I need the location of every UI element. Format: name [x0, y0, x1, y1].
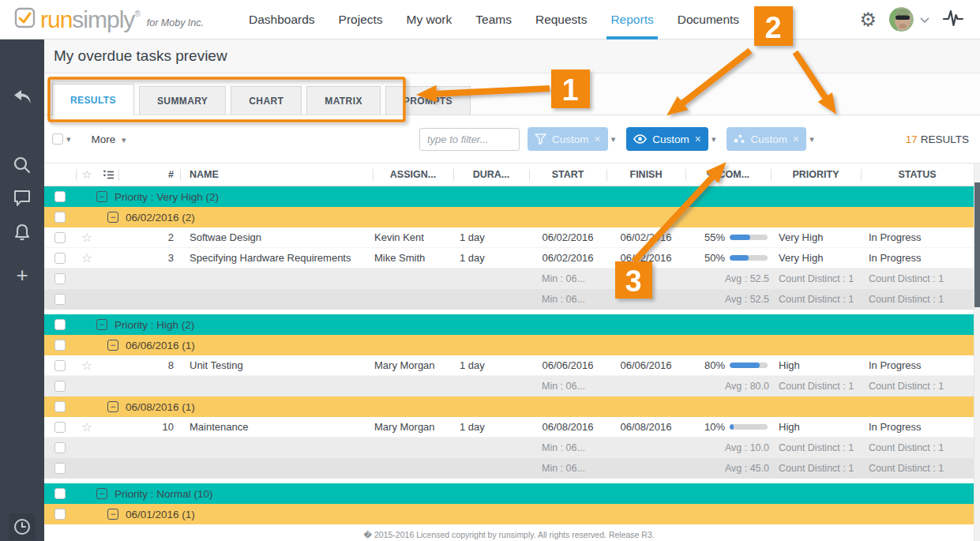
row-checkbox[interactable] [54, 463, 66, 474]
row-checkbox[interactable] [54, 401, 66, 412]
outline-icon[interactable] [98, 163, 118, 186]
filter-button-custom-3[interactable]: Custom× [727, 127, 806, 151]
column-header-finish[interactable]: FINISH [606, 163, 685, 186]
collapse-icon[interactable]: − [107, 509, 118, 520]
group-row[interactable]: −Priority : Very High (2) [44, 186, 974, 207]
star-icon[interactable]: ☆ [76, 355, 98, 375]
summary-row[interactable]: Min : 06...Avg : 52.5Count Distinct : 1C… [44, 269, 974, 289]
task-row[interactable]: ☆3Specifying Hardware RequirementsMike S… [44, 248, 974, 269]
gear-icon[interactable]: ⚙ [859, 10, 877, 29]
summary-row[interactable]: Min : 06...Avg : 52.5Count Distinct : 1C… [44, 289, 974, 310]
task-start: 06/08/2016 [529, 417, 606, 437]
close-icon[interactable]: × [595, 133, 601, 145]
row-checkbox[interactable] [54, 273, 66, 284]
nav-item-documents[interactable]: Documents [666, 0, 751, 39]
column-header--com-[interactable]: % COM... [685, 163, 771, 186]
subgroup-row[interactable]: −06/06/2016 (1) [44, 335, 974, 355]
column-header-priority[interactable]: PRIORITY [771, 163, 861, 186]
row-checkbox[interactable] [54, 509, 66, 520]
tab-summary[interactable]: SUMMARY [139, 86, 226, 115]
vertical-scrollbar[interactable] [974, 163, 980, 541]
summary-row[interactable]: Min : 06...Avg : 80.0Count Distinct : 1C… [44, 376, 974, 396]
activity-icon[interactable] [942, 8, 964, 32]
tab-results[interactable]: RESULTS [52, 84, 134, 115]
row-checkbox[interactable] [54, 381, 66, 392]
tab-prompts[interactable]: PROMPTS [385, 86, 471, 115]
more-menu[interactable]: More ▾ [92, 133, 130, 145]
sum-num-cell [118, 269, 180, 289]
bell-icon[interactable] [0, 218, 44, 246]
scrollbar-thumb[interactable] [974, 182, 980, 307]
filter-dropdown-caret-icon[interactable]: ▾ [809, 134, 814, 145]
nav-item-projects[interactable]: Projects [327, 0, 395, 39]
task-row[interactable]: ☆2Softwae DesignKevin Kent1 day06/02/201… [44, 227, 974, 248]
row-checkbox[interactable] [54, 319, 66, 330]
task-row[interactable]: ☆8Unit TestingMary Morgan1 day06/06/2016… [44, 355, 974, 376]
collapse-icon[interactable]: − [107, 212, 118, 223]
collapse-icon[interactable]: − [96, 488, 107, 499]
filter-button-custom-2[interactable]: Custom× [626, 127, 708, 151]
row-checkbox[interactable] [54, 232, 66, 243]
column-header-status[interactable]: STATUS [861, 163, 974, 186]
filter-input[interactable] [419, 128, 520, 151]
row-checkbox[interactable] [54, 488, 66, 499]
logo-text: runsimply® [40, 8, 140, 32]
tab-matrix[interactable]: MATRIX [306, 86, 381, 115]
chevron-down-icon[interactable] [920, 13, 929, 27]
group-row[interactable]: −Priority : High (2) [44, 314, 974, 335]
row-checkbox[interactable] [54, 294, 66, 305]
group-label: 06/01/2016 (1) [126, 509, 195, 520]
tab-chart[interactable]: CHART [231, 86, 302, 115]
close-icon[interactable]: × [793, 133, 799, 145]
row-checkbox[interactable] [54, 360, 66, 371]
column-header-dura-[interactable]: DURA... [453, 163, 529, 186]
avatar[interactable] [889, 7, 914, 32]
chat-icon[interactable] [0, 184, 44, 212]
subgroup-row[interactable]: −06/01/2016 (1) [44, 504, 974, 524]
star-icon[interactable]: ☆ [76, 248, 98, 268]
row-checkbox[interactable] [54, 191, 66, 202]
collapse-icon[interactable]: − [107, 401, 118, 412]
column-header-name[interactable]: NAME [180, 163, 373, 186]
collapse-icon[interactable]: − [107, 340, 118, 351]
row-checkbox[interactable] [54, 212, 66, 223]
subgroup-row[interactable]: −06/02/2016 (2) [44, 207, 974, 227]
group-row[interactable]: −Priority : Normal (10) [44, 483, 974, 504]
star-icon[interactable]: ☆ [76, 417, 98, 437]
column-header-assign-[interactable]: ASSIGN... [373, 163, 453, 186]
app-logo[interactable]: runsimply® for Moby Inc. [0, 7, 204, 32]
nav-item-dashboards[interactable]: Dashboards [237, 0, 327, 39]
search-icon[interactable] [0, 151, 44, 179]
column-header--[interactable]: # [118, 163, 180, 186]
filter-dropdown-caret-icon[interactable]: ▾ [712, 134, 716, 145]
subgroup-row[interactable]: −06/08/2016 (1) [44, 396, 974, 417]
star-column-icon[interactable]: ☆ [76, 163, 98, 186]
summary-percent: Avg : 80.0 [685, 376, 771, 396]
row-checkbox[interactable] [54, 253, 66, 264]
task-row[interactable]: ☆10MaintenanceMary Morgan1 day06/08/2016… [44, 417, 974, 438]
plus-icon[interactable]: + [0, 261, 44, 289]
nav-item-teams[interactable]: Teams [464, 0, 524, 39]
summary-row[interactable]: Min : 06...Avg : 10.0Count Distinct : 1C… [44, 438, 974, 458]
column-header-start[interactable]: START [529, 163, 606, 186]
summary-row[interactable]: Min : 06...Avg : 45.0Count Distinct : 1C… [44, 458, 974, 479]
row-checkbox[interactable] [54, 442, 66, 453]
task-start: 06/02/2016 [529, 227, 606, 247]
row-checkbox[interactable] [54, 422, 66, 433]
row-checkbox[interactable] [54, 340, 66, 351]
nav-item-requests[interactable]: Requests [524, 0, 599, 39]
star-icon[interactable]: ☆ [76, 227, 98, 247]
close-icon[interactable]: × [695, 133, 701, 145]
collapse-icon[interactable]: − [96, 319, 107, 330]
task-number: 2 [118, 227, 180, 247]
filter-button-custom-1[interactable]: Custom× [528, 127, 608, 151]
back-icon[interactable] [0, 83, 44, 111]
filter-dropdown-caret-icon[interactable]: ▾ [611, 134, 616, 145]
nav-item-my-work[interactable]: My work [395, 0, 464, 39]
nav-item-reports[interactable]: Reports [599, 0, 665, 39]
task-percent-label: 55% [704, 231, 725, 243]
clock-icon[interactable] [9, 513, 36, 540]
select-menu-caret-icon[interactable]: ▾ [66, 134, 71, 145]
select-all-checkbox[interactable] [52, 133, 63, 145]
collapse-icon[interactable]: − [96, 191, 107, 202]
